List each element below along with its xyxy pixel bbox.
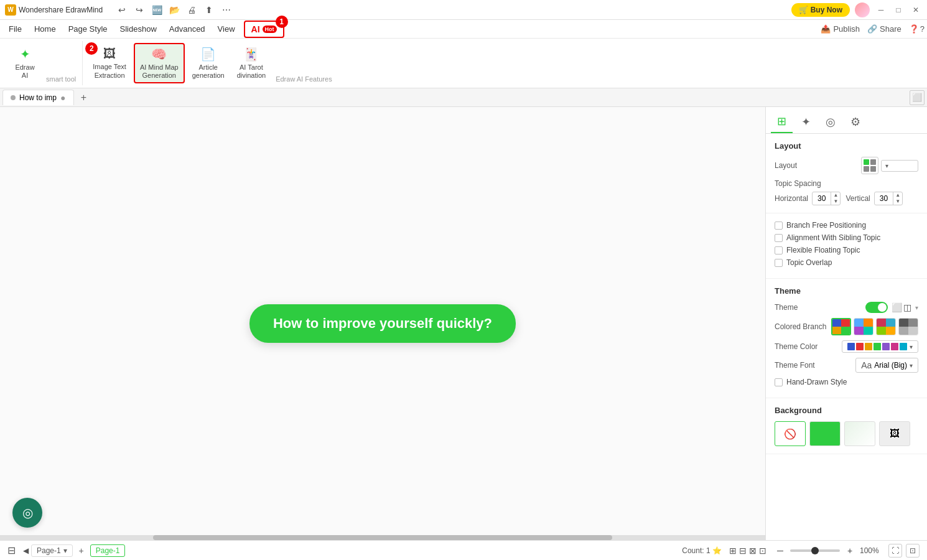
- expand-button[interactable]: ⊡: [906, 544, 920, 558]
- theme-font-picker[interactable]: Aa Arial (Big) ▾: [855, 358, 918, 373]
- current-page-label: Page-1: [96, 546, 120, 555]
- alignment-checkbox[interactable]: [775, 234, 783, 242]
- view-icon-4[interactable]: ⊡: [759, 546, 766, 556]
- horizontal-down[interactable]: ▼: [831, 198, 840, 205]
- vertical-up[interactable]: ▲: [893, 192, 902, 198]
- bg-image-button[interactable]: 🖼: [879, 421, 910, 446]
- options-section: Branch Free Positioning Alignment With S…: [766, 213, 927, 279]
- current-page-tab[interactable]: Page-1: [90, 544, 126, 557]
- doc-tab-main[interactable]: How to imp ●: [2, 90, 74, 105]
- bg-color-button[interactable]: [809, 421, 841, 446]
- print-button[interactable]: 🖨: [185, 3, 198, 17]
- root-node-text: How to improve yourself quickly?: [273, 315, 492, 331]
- menu-home[interactable]: Home: [28, 22, 62, 36]
- maximize-button[interactable]: □: [892, 4, 905, 16]
- panel-tab-layout[interactable]: ⊞: [771, 111, 793, 133]
- panel-tab-sparkle[interactable]: ✦: [795, 111, 817, 133]
- panel-tab-gear[interactable]: ⚙: [844, 111, 867, 133]
- ai-tarot-icon: 🃏: [243, 47, 259, 62]
- theme-row: Theme ⬜ ◫ ▾: [775, 302, 918, 313]
- flexible-checkbox[interactable]: [775, 246, 783, 254]
- fit-icon: ⛶: [892, 546, 899, 555]
- article-generation-button[interactable]: 📄 Articlegeneration: [187, 44, 230, 82]
- minimize-button[interactable]: ─: [875, 4, 887, 16]
- bg-none-button[interactable]: 🚫: [775, 421, 806, 446]
- add-page-button[interactable]: +: [75, 544, 88, 557]
- layout-dropdown[interactable]: ▾: [881, 160, 918, 172]
- scrollbar-thumb[interactable]: [153, 535, 612, 540]
- panel-tab-pin[interactable]: ◎: [819, 111, 842, 133]
- theme-toggle-switch[interactable]: [865, 302, 888, 313]
- bg-image-icon: 🖼: [890, 428, 900, 439]
- page-tab-dropdown[interactable]: ▾: [63, 546, 67, 555]
- close-button[interactable]: ✕: [910, 4, 922, 16]
- undo-button[interactable]: ↩: [115, 3, 129, 17]
- cb-option-4[interactable]: [898, 318, 918, 335]
- collapse-panel-button[interactable]: ⬜: [910, 90, 925, 105]
- cb-option-3[interactable]: [876, 318, 896, 335]
- zoom-out-button[interactable]: ─: [774, 544, 786, 557]
- canvas[interactable]: How to improve yourself quickly? ◎: [0, 107, 765, 540]
- menu-ai[interactable]: 1 AI Hot: [244, 21, 284, 38]
- theme-dropdown-arrow[interactable]: ▾: [915, 304, 918, 311]
- theme-color-picker[interactable]: ▾: [842, 340, 918, 353]
- menubar: File Home Page Style Slideshow Advanced …: [0, 20, 927, 39]
- menu-advanced[interactable]: Advanced: [163, 22, 212, 36]
- mind-map-root-node[interactable]: How to improve yourself quickly?: [249, 304, 516, 343]
- new-button[interactable]: 🆕: [150, 3, 164, 17]
- fit-button[interactable]: ⛶: [888, 544, 902, 558]
- zoom-value: 100%: [860, 546, 885, 555]
- color-orange: [865, 343, 872, 350]
- vertical-down[interactable]: ▼: [893, 198, 902, 205]
- share-button[interactable]: 🔗 Share: [867, 24, 901, 34]
- image-text-icon: 🖼: [103, 47, 116, 61]
- ai-assistant-icon: ◎: [22, 505, 33, 520]
- view-icon-1[interactable]: ⊞: [729, 546, 737, 556]
- close-tab-icon[interactable]: ●: [60, 93, 65, 103]
- horizontal-scrollbar[interactable]: [0, 535, 765, 540]
- cb-option-1[interactable]: [831, 318, 851, 335]
- horizontal-spinner[interactable]: 30 ▲ ▼: [812, 192, 841, 205]
- zoom-thumb[interactable]: [811, 547, 819, 554]
- bg-none-icon: 🚫: [784, 428, 796, 440]
- color-pink: [891, 343, 898, 350]
- branch-free-checkbox[interactable]: [775, 222, 783, 230]
- add-tab-button[interactable]: +: [77, 90, 91, 105]
- image-text-label: Image TextExtraction: [93, 63, 126, 79]
- vertical-spinner[interactable]: 30 ▲ ▼: [874, 192, 903, 205]
- redo-button[interactable]: ↪: [133, 3, 146, 17]
- menu-page-style[interactable]: Page Style: [62, 22, 114, 36]
- user-avatar[interactable]: [855, 2, 870, 17]
- layout-control: ▾: [861, 157, 918, 174]
- view-icon-2[interactable]: ⊟: [739, 546, 747, 556]
- menu-file[interactable]: File: [2, 22, 28, 36]
- more-button[interactable]: ⋯: [220, 3, 233, 17]
- page-tab-1[interactable]: Page-1 ▾: [31, 544, 73, 557]
- view-icon-3[interactable]: ⊠: [749, 546, 757, 556]
- panels-icon[interactable]: ⊟: [7, 544, 16, 556]
- menu-slideshow[interactable]: Slideshow: [114, 22, 163, 36]
- help-button[interactable]: ❓ ?: [909, 24, 925, 34]
- theme-font-label: Theme Font: [775, 361, 815, 370]
- ai-tarot-button[interactable]: 🃏 AI Tarotdivination: [232, 44, 271, 82]
- bg-gradient-button[interactable]: [844, 421, 875, 446]
- zoom-slider[interactable]: [790, 549, 840, 552]
- publish-button[interactable]: 📤 Publish: [821, 24, 860, 34]
- cb-option-2[interactable]: [854, 318, 873, 335]
- hand-drawn-checkbox[interactable]: [775, 378, 783, 386]
- menu-view[interactable]: View: [212, 22, 241, 36]
- layout-picker[interactable]: [861, 157, 878, 174]
- branch-free-row: Branch Free Positioning: [775, 221, 918, 230]
- zoom-in-button[interactable]: +: [844, 544, 856, 557]
- ai-assistant-button[interactable]: ◎: [12, 498, 42, 528]
- buy-now-button[interactable]: 🛒 Buy Now: [791, 3, 850, 17]
- overlap-checkbox[interactable]: [775, 259, 783, 267]
- horizontal-up[interactable]: ▲: [831, 192, 840, 198]
- alignment-row: Alignment With Sibling Topic: [775, 233, 918, 242]
- page-nav-left[interactable]: ◀: [23, 546, 29, 555]
- ai-mind-map-button[interactable]: 🧠 AI Mind MapGeneration: [134, 43, 185, 83]
- export-button[interactable]: ⬆: [202, 3, 216, 17]
- edraw-ai-button[interactable]: ✦ EdrawAI: [9, 44, 41, 82]
- right-panel: ⊞ ✦ ◎ ⚙ Layout Layout: [765, 107, 927, 540]
- open-button[interactable]: 📂: [167, 3, 181, 17]
